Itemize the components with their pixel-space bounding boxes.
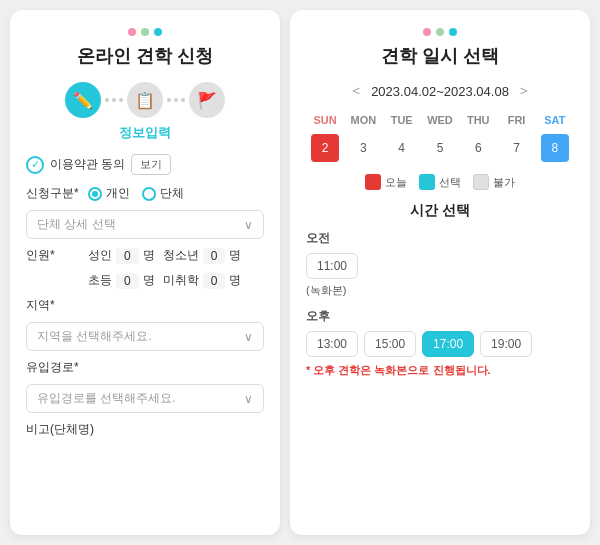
dot-2 bbox=[141, 28, 149, 36]
group-select-text: 단체 상세 선택 bbox=[37, 216, 116, 233]
afternoon-label: 오후 bbox=[306, 308, 574, 325]
note-row: 비고(단체명) bbox=[26, 421, 264, 438]
radio-group-label: 단체 bbox=[160, 185, 184, 202]
region-chevron-icon: ∨ bbox=[244, 330, 253, 344]
chevron-down-icon: ∨ bbox=[244, 218, 253, 232]
preschool-item: 미취학 0 명 bbox=[163, 272, 242, 289]
teen-count: 0 bbox=[203, 248, 226, 264]
time-slot-1500[interactable]: 15:00 bbox=[364, 331, 416, 357]
adult-item: 성인 0 명 bbox=[88, 247, 155, 264]
cal-header-thu: THU bbox=[459, 110, 497, 130]
date-range: 2023.04.02~2023.04.08 bbox=[371, 84, 509, 99]
afternoon-note: * 오후 견학은 녹화본으로 진행됩니다. bbox=[306, 363, 574, 378]
legend-unavailable: 불가 bbox=[473, 174, 515, 190]
legend-selected-box bbox=[419, 174, 435, 190]
adult-count: 0 bbox=[116, 248, 139, 264]
step-label: 정보입력 bbox=[26, 124, 264, 142]
calendar-table: SUN MON TUE WED THU FRI SAT 2 3 4 5 6 7 bbox=[306, 110, 574, 166]
agree-row: ✓ 이용약관 동의 보기 bbox=[26, 154, 264, 175]
morning-note: (녹화본) bbox=[306, 283, 574, 298]
radio-group-dot bbox=[142, 187, 156, 201]
calendar-legend: 오늘 선택 불가 bbox=[306, 174, 574, 190]
cal-cell-sat[interactable]: 8 bbox=[536, 130, 574, 166]
cal-cell-tue[interactable]: 4 bbox=[383, 130, 421, 166]
right-dot-3 bbox=[449, 28, 457, 36]
time-slot-1700[interactable]: 17:00 bbox=[422, 331, 474, 357]
left-panel-title: 온라인 견학 신청 bbox=[26, 44, 264, 68]
legend-today-box bbox=[365, 174, 381, 190]
elem-label: 초등 bbox=[88, 272, 112, 289]
category-label: 신청구분* bbox=[26, 185, 88, 202]
people-row: 인원* 성인 0 명 청소년 0 명 bbox=[26, 247, 264, 264]
right-panel-title: 견학 일시 선택 bbox=[306, 44, 574, 68]
date-navigation: ＜ 2023.04.02~2023.04.08 ＞ bbox=[306, 82, 574, 100]
view-button[interactable]: 보기 bbox=[131, 154, 171, 175]
right-dot-1 bbox=[423, 28, 431, 36]
elem-unit: 명 bbox=[143, 272, 155, 289]
time-section-title: 시간 선택 bbox=[306, 202, 574, 220]
teen-item: 청소년 0 명 bbox=[163, 247, 242, 264]
agree-label: 이용약관 동의 bbox=[50, 156, 125, 173]
step-1-circle: ✏️ bbox=[65, 82, 101, 118]
preschool-label: 미취학 bbox=[163, 272, 199, 289]
prev-arrow[interactable]: ＜ bbox=[349, 82, 363, 100]
radio-group-item[interactable]: 단체 bbox=[142, 185, 184, 202]
legend-selected: 선택 bbox=[419, 174, 461, 190]
region-select[interactable]: 지역을 선택해주세요. ∨ bbox=[26, 322, 264, 351]
adult-label: 성인 bbox=[88, 247, 112, 264]
radio-individual[interactable]: 개인 bbox=[88, 185, 130, 202]
cal-cell-fri[interactable]: 7 bbox=[497, 130, 535, 166]
agree-check-icon[interactable]: ✓ bbox=[26, 156, 44, 174]
cal-cell-thu[interactable]: 6 bbox=[459, 130, 497, 166]
preschool-unit: 명 bbox=[229, 272, 241, 289]
step-indicators: ✏️ 📋 🚩 bbox=[26, 82, 264, 118]
cal-header-mon: MON bbox=[344, 110, 382, 130]
region-label: 지역* bbox=[26, 297, 88, 314]
cal-header-tue: TUE bbox=[383, 110, 421, 130]
right-panel: 견학 일시 선택 ＜ 2023.04.02~2023.04.08 ＞ SUN M… bbox=[290, 10, 590, 535]
step-dots-1 bbox=[101, 98, 127, 102]
morning-slots: 11:00 bbox=[306, 253, 574, 279]
cal-cell-wed[interactable]: 5 bbox=[421, 130, 459, 166]
route-label: 유입경로* bbox=[26, 359, 88, 376]
teen-label: 청소년 bbox=[163, 247, 199, 264]
elem-item: 초등 0 명 bbox=[88, 272, 155, 289]
next-arrow[interactable]: ＞ bbox=[517, 82, 531, 100]
adult-unit: 명 bbox=[143, 247, 155, 264]
teen-unit: 명 bbox=[229, 247, 241, 264]
left-dots bbox=[26, 28, 264, 36]
cal-header-fri: FRI bbox=[497, 110, 535, 130]
table-row: 2 3 4 5 6 7 8 bbox=[306, 130, 574, 166]
category-radio-group: 개인 단체 bbox=[88, 185, 184, 202]
note-label: 비고(단체명) bbox=[26, 421, 94, 438]
left-panel: 온라인 견학 신청 ✏️ 📋 🚩 정보입력 ✓ 이용약관 동의 보기 신청구분* bbox=[10, 10, 280, 535]
group-select[interactable]: 단체 상세 선택 ∨ bbox=[26, 210, 264, 239]
legend-today: 오늘 bbox=[365, 174, 407, 190]
step-3-circle: 🚩 bbox=[189, 82, 225, 118]
time-slot-1900[interactable]: 19:00 bbox=[480, 331, 532, 357]
route-chevron-icon: ∨ bbox=[244, 392, 253, 406]
cal-header-wed: WED bbox=[421, 110, 459, 130]
route-select-text: 유입경로를 선택해주세요. bbox=[37, 390, 176, 407]
legend-unavailable-box bbox=[473, 174, 489, 190]
radio-individual-dot bbox=[88, 187, 102, 201]
route-row: 유입경로* bbox=[26, 359, 264, 376]
legend-today-label: 오늘 bbox=[385, 175, 407, 190]
preschool-count: 0 bbox=[203, 273, 226, 289]
cal-cell-sun[interactable]: 2 bbox=[306, 130, 344, 166]
legend-unavailable-label: 불가 bbox=[493, 175, 515, 190]
time-slot-1300[interactable]: 13:00 bbox=[306, 331, 358, 357]
afternoon-slots: 13:00 15:00 17:00 19:00 bbox=[306, 331, 574, 357]
morning-label: 오전 bbox=[306, 230, 574, 247]
dot-1 bbox=[128, 28, 136, 36]
region-select-text: 지역을 선택해주세요. bbox=[37, 328, 152, 345]
afternoon-section: 오후 13:00 15:00 17:00 19:00 * 오후 견학은 녹화본으… bbox=[306, 308, 574, 378]
cal-header-sun: SUN bbox=[306, 110, 344, 130]
time-slot-1100[interactable]: 11:00 bbox=[306, 253, 358, 279]
dot-3 bbox=[154, 28, 162, 36]
route-select[interactable]: 유입경로를 선택해주세요. ∨ bbox=[26, 384, 264, 413]
step-2-circle: 📋 bbox=[127, 82, 163, 118]
right-dots bbox=[306, 28, 574, 36]
cal-cell-mon[interactable]: 3 bbox=[344, 130, 382, 166]
people-inputs-2: 초등 0 명 미취학 0 명 bbox=[88, 272, 241, 289]
